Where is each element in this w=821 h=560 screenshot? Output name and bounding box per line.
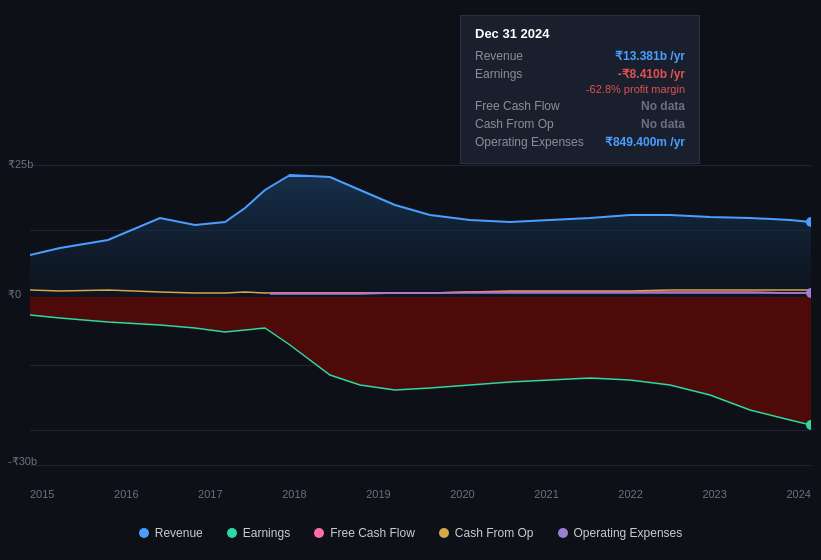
legend-cashop: Cash From Op [439, 526, 534, 540]
tooltip-row-cashop: Cash From Op No data [475, 117, 685, 131]
tooltip-label-earnings: Earnings [475, 67, 522, 81]
legend-label-revenue: Revenue [155, 526, 203, 540]
legend-revenue: Revenue [139, 526, 203, 540]
x-label-2015: 2015 [30, 488, 54, 500]
legend-label-earnings: Earnings [243, 526, 290, 540]
legend-label-fcf: Free Cash Flow [330, 526, 415, 540]
legend-fcf: Free Cash Flow [314, 526, 415, 540]
tooltip-row-opex: Operating Expenses ₹849.400m /yr [475, 135, 685, 149]
tooltip-value-opex: ₹849.400m /yr [605, 135, 685, 149]
legend-dot-opex [558, 528, 568, 538]
chart-svg [30, 160, 811, 470]
tooltip-label-cashop: Cash From Op [475, 117, 554, 131]
tooltip-label-opex: Operating Expenses [475, 135, 584, 149]
legend-earnings: Earnings [227, 526, 290, 540]
tooltip-value-revenue: ₹13.381b /yr [615, 49, 685, 63]
legend-dot-cashop [439, 528, 449, 538]
x-label-2020: 2020 [450, 488, 474, 500]
legend-dot-revenue [139, 528, 149, 538]
x-label-2024: 2024 [786, 488, 810, 500]
x-label-2019: 2019 [366, 488, 390, 500]
tooltip-row-earnings: Earnings -₹8.410b /yr [475, 67, 685, 81]
x-label-2018: 2018 [282, 488, 306, 500]
tooltip-profit-margin: -62.8% profit margin [475, 83, 685, 95]
x-label-2016: 2016 [114, 488, 138, 500]
legend-dot-fcf [314, 528, 324, 538]
x-label-2021: 2021 [534, 488, 558, 500]
legend-label-opex: Operating Expenses [574, 526, 683, 540]
tooltip-value-earnings: -₹8.410b /yr [618, 67, 685, 81]
tooltip-title: Dec 31 2024 [475, 26, 685, 41]
legend-dot-earnings [227, 528, 237, 538]
x-label-2022: 2022 [618, 488, 642, 500]
tooltip-box: Dec 31 2024 Revenue ₹13.381b /yr Earning… [460, 15, 700, 164]
tooltip-row-revenue: Revenue ₹13.381b /yr [475, 49, 685, 63]
x-axis-labels: 2015 2016 2017 2018 2019 2020 2021 2022 … [30, 488, 811, 500]
x-label-2017: 2017 [198, 488, 222, 500]
tooltip-label-revenue: Revenue [475, 49, 523, 63]
chart-legend: Revenue Earnings Free Cash Flow Cash Fro… [0, 526, 821, 540]
x-label-2023: 2023 [702, 488, 726, 500]
tooltip-row-fcf: Free Cash Flow No data [475, 99, 685, 113]
y-label-mid: ₹0 [8, 288, 21, 301]
tooltip-label-fcf: Free Cash Flow [475, 99, 560, 113]
tooltip-value-cashop: No data [641, 117, 685, 131]
legend-opex: Operating Expenses [558, 526, 683, 540]
legend-label-cashop: Cash From Op [455, 526, 534, 540]
tooltip-value-fcf: No data [641, 99, 685, 113]
